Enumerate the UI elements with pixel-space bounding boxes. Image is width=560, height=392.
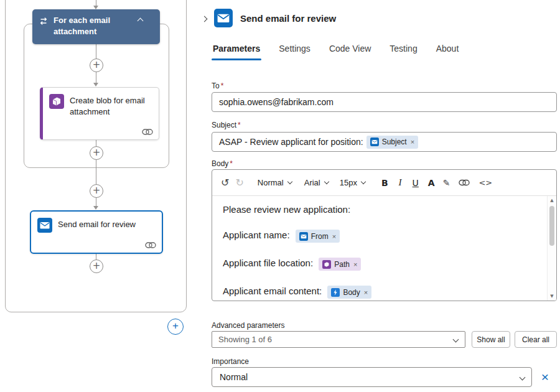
insert-step-button[interactable]: + bbox=[90, 184, 103, 198]
tab-code-view[interactable]: Code View bbox=[328, 41, 372, 60]
path-token[interactable]: Path × bbox=[319, 258, 361, 271]
flow-canvas: For each email attachment + Create blob … bbox=[0, 0, 193, 392]
outlook-icon bbox=[370, 138, 379, 146]
connector-line bbox=[96, 254, 96, 259]
power-automate-designer: For each email attachment + Create blob … bbox=[0, 0, 560, 392]
outlook-icon bbox=[299, 232, 308, 241]
for-each-card-title: For each email attachment bbox=[54, 15, 134, 37]
required-asterisk: * bbox=[221, 82, 224, 90]
send-email-card-title: Send email for review bbox=[58, 218, 136, 230]
from-token[interactable]: From × bbox=[296, 230, 340, 243]
link-button[interactable] bbox=[459, 179, 470, 186]
connector-line bbox=[96, 160, 96, 168]
italic-button[interactable]: I bbox=[399, 177, 402, 188]
scroll-down-icon[interactable]: ▼ bbox=[548, 292, 556, 301]
subject-input[interactable]: ASAP - Review applicant for position: Su… bbox=[212, 132, 557, 152]
remove-importance-button[interactable]: × bbox=[538, 370, 553, 385]
token-label: From bbox=[311, 232, 329, 241]
body-label: Body* bbox=[212, 159, 233, 168]
font-family-dropdown[interactable]: Arial bbox=[304, 178, 329, 187]
remove-token-icon[interactable]: × bbox=[411, 138, 414, 146]
chevron-down-icon bbox=[520, 374, 526, 380]
required-asterisk: * bbox=[238, 121, 241, 129]
chevron-down-icon bbox=[324, 179, 329, 184]
outlook-icon bbox=[37, 218, 52, 233]
subject-token[interactable]: Subject × bbox=[366, 136, 418, 149]
scroll-up-icon[interactable]: ▲ bbox=[548, 196, 556, 205]
connector-line bbox=[96, 168, 96, 184]
collapse-chevron-icon[interactable] bbox=[138, 18, 144, 24]
show-all-button[interactable]: Show all bbox=[472, 331, 510, 348]
redo-button[interactable]: ↻ bbox=[235, 177, 243, 189]
font-size-dropdown[interactable]: 15px bbox=[340, 178, 365, 187]
scrollbar-thumb[interactable] bbox=[549, 206, 554, 246]
clear-all-button[interactable]: Clear all bbox=[515, 331, 557, 348]
body-line: Applicant file location: Path × bbox=[223, 258, 538, 271]
connection-link-icon bbox=[145, 242, 156, 248]
chevron-down-icon bbox=[453, 337, 459, 343]
connector-line bbox=[96, 140, 96, 146]
chevron-right-icon bbox=[201, 16, 207, 22]
send-email-card[interactable]: Send email for review bbox=[30, 210, 163, 254]
connector-line bbox=[96, 72, 96, 83]
code-view-button[interactable]: <> bbox=[478, 178, 492, 187]
bold-button[interactable]: B bbox=[381, 178, 388, 188]
font-color-button[interactable]: A bbox=[428, 178, 435, 188]
connector-line bbox=[96, 44, 96, 58]
scrollbar[interactable]: ▲ ▼ bbox=[547, 196, 556, 301]
body-line: Applicant email content: Body × bbox=[223, 286, 538, 299]
for-each-card[interactable]: For each email attachment bbox=[32, 9, 160, 44]
body-token[interactable]: Body × bbox=[327, 286, 371, 299]
body-line: Please review new application: bbox=[223, 204, 538, 215]
blob-storage-icon bbox=[322, 260, 331, 269]
importance-label: Importance bbox=[212, 357, 249, 366]
create-blob-card-title: Create blob for email attachment bbox=[70, 94, 152, 118]
text-style-dropdown[interactable]: Normal bbox=[258, 178, 292, 187]
tab-testing[interactable]: Testing bbox=[388, 41, 418, 60]
panel-tabs: Parameters Settings Code View Testing Ab… bbox=[212, 41, 460, 60]
subject-text: ASAP - Review applicant for position: bbox=[219, 137, 363, 147]
body-editor[interactable]: ↺ ↻ Normal Arial 15px B I U A ✎ bbox=[212, 169, 557, 301]
add-action-button[interactable]: + bbox=[167, 319, 184, 335]
advanced-parameters-label: Advanced parameters bbox=[212, 321, 284, 330]
to-label: To* bbox=[212, 82, 223, 90]
rich-text-toolbar: ↺ ↻ Normal Arial 15px B I U A ✎ bbox=[212, 170, 556, 196]
chevron-down-icon bbox=[287, 179, 292, 184]
token-label: Body bbox=[343, 288, 360, 297]
connector-arrow bbox=[93, 83, 98, 86]
insert-step-button[interactable]: + bbox=[90, 259, 103, 273]
panel-title: Send email for review bbox=[240, 13, 336, 24]
insert-step-button[interactable]: + bbox=[90, 58, 103, 72]
body-line: Applicant name: From × bbox=[223, 230, 538, 243]
insert-step-button[interactable]: + bbox=[90, 146, 103, 160]
connection-link-icon bbox=[142, 129, 153, 135]
remove-token-icon[interactable]: × bbox=[364, 289, 368, 296]
importance-dropdown[interactable]: Normal bbox=[212, 367, 532, 387]
token-label: Path bbox=[334, 260, 350, 269]
chevron-down-icon bbox=[361, 179, 366, 184]
tab-settings[interactable]: Settings bbox=[278, 41, 312, 60]
body-editor-content[interactable]: Please review new application: Applicant… bbox=[212, 196, 556, 301]
blob-storage-icon bbox=[49, 94, 64, 109]
connector-arrow bbox=[93, 206, 98, 210]
remove-token-icon[interactable]: × bbox=[332, 233, 336, 240]
loop-icon bbox=[39, 16, 49, 26]
underline-button[interactable]: U bbox=[413, 178, 419, 188]
collapse-panel-button[interactable] bbox=[197, 11, 212, 26]
connector-line bbox=[96, 198, 96, 207]
undo-button[interactable]: ↺ bbox=[221, 177, 229, 189]
tab-about[interactable]: About bbox=[435, 41, 460, 60]
to-input[interactable] bbox=[212, 92, 557, 112]
action-details-panel: Send email for review Parameters Setting… bbox=[193, 0, 560, 392]
required-asterisk: * bbox=[230, 159, 233, 168]
outlook-icon bbox=[214, 9, 233, 27]
tab-parameters[interactable]: Parameters bbox=[212, 41, 261, 60]
subject-label: Subject* bbox=[212, 121, 241, 129]
remove-token-icon[interactable]: × bbox=[353, 261, 357, 268]
create-blob-card[interactable]: Create blob for email attachment bbox=[40, 87, 159, 140]
flow-bolt-icon bbox=[331, 288, 340, 297]
highlight-button[interactable]: ✎ bbox=[443, 178, 450, 188]
advanced-parameters-dropdown[interactable]: Showing 1 of 6 bbox=[212, 331, 465, 348]
token-label: Subject bbox=[382, 138, 407, 146]
